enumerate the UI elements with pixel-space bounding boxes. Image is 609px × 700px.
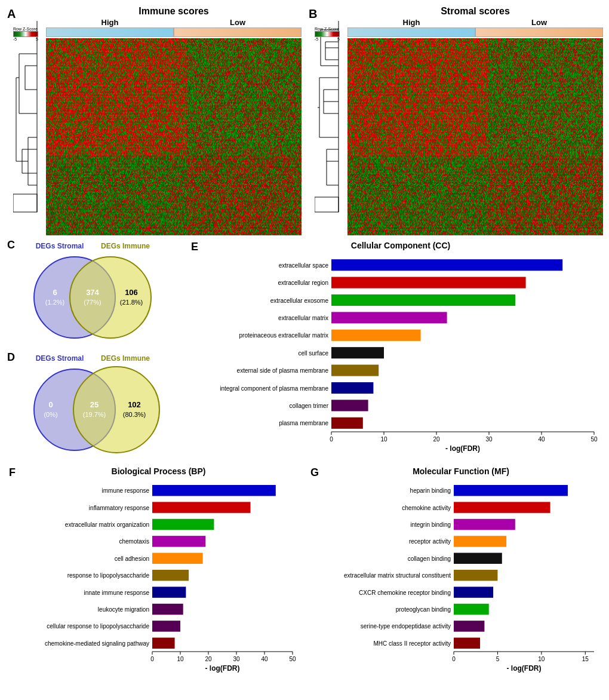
venn-section: C DEGs Stromal DEGs Immune 6 (1.2%) 374 … <box>6 238 179 459</box>
svg-text:15: 15 <box>582 656 589 662</box>
svg-text:extracellular matrix organizat: extracellular matrix organization <box>65 521 149 528</box>
svg-text:integral component of plasma m: integral component of plasma membrane <box>220 385 328 392</box>
panel-c-label: C <box>7 239 15 251</box>
svg-text:(21.8%): (21.8%) <box>120 299 143 306</box>
svg-text:40: 40 <box>261 656 268 662</box>
svg-text:external side of plasma membra: external side of plasma membrane <box>237 367 329 374</box>
svg-text:(0%): (0%) <box>44 411 57 418</box>
svg-text:20: 20 <box>205 656 212 662</box>
panel-f-title: Biological Process (BP) <box>19 466 299 476</box>
svg-text:extracellular matrix: extracellular matrix <box>278 315 328 321</box>
color-scale-bar-b <box>315 31 340 37</box>
svg-text:proteinaceous extracellular ma: proteinaceous extracellular matrix <box>239 332 328 339</box>
chart-g: heparin bindingchemokine activityintegri… <box>310 479 600 678</box>
panel-g-label: G <box>310 466 319 479</box>
svg-rect-137 <box>454 570 497 581</box>
panel-e: E Cellular Component (CC) extracellular … <box>185 238 603 459</box>
svg-text:MHC class II receptor activity: MHC class II receptor activity <box>374 640 451 647</box>
panel-c: C DEGs Stromal DEGs Immune 6 (1.2%) 374 … <box>6 238 179 347</box>
svg-rect-97 <box>152 519 214 530</box>
svg-text:(19.7%): (19.7%) <box>83 411 106 418</box>
svg-text:leukocyte migration: leukocyte migration <box>98 606 149 613</box>
svg-text:0: 0 <box>330 436 333 443</box>
svg-rect-63 <box>331 294 515 306</box>
svg-text:CXCR chemokine receptor bindin: CXCR chemokine receptor binding <box>359 590 451 596</box>
color-scale-max-a: 5 <box>36 37 38 41</box>
venn-c-svg: DEGs Stromal DEGs Immune 6 (1.2%) 374 (7… <box>6 238 179 342</box>
svg-text:5: 5 <box>496 656 500 662</box>
svg-point-41 <box>70 257 151 338</box>
svg-text:25: 25 <box>90 400 99 409</box>
svg-rect-61 <box>331 277 526 288</box>
heatmap-b-content: High Low Row Z-Score -5 <box>347 18 603 235</box>
svg-text:DEGs Stromal: DEGs Stromal <box>36 354 84 363</box>
panel-f-label: F <box>9 466 16 479</box>
panel-e-label: E <box>191 241 198 253</box>
svg-text:- log(FDR): - log(FDR) <box>507 664 542 673</box>
svg-text:inflammatory response: inflammatory response <box>89 505 150 511</box>
svg-text:(77%): (77%) <box>84 299 101 306</box>
venn-c-stromal-label: DEGs Stromal <box>36 242 84 250</box>
color-scale-min-b: -5 <box>315 37 318 41</box>
svg-rect-135 <box>454 553 502 564</box>
color-scale-min-a: -5 <box>13 37 17 41</box>
panel-e-title: Cellular Component (CC) <box>201 241 600 250</box>
svg-rect-93 <box>152 485 276 496</box>
svg-rect-69 <box>331 347 384 358</box>
svg-text:integrin binding: integrin binding <box>410 521 451 528</box>
panel-b: B Stromal scores <box>307 6 603 233</box>
color-bar-high-b <box>347 27 475 37</box>
middle-row: C DEGs Stromal DEGs Immune 6 (1.2%) 374 … <box>6 238 603 459</box>
svg-text:(80.3%): (80.3%) <box>123 411 146 418</box>
color-scale-bar-a <box>13 31 38 37</box>
svg-text:innate immune response: innate immune response <box>84 590 149 596</box>
svg-rect-109 <box>152 621 180 631</box>
svg-text:30: 30 <box>233 656 240 662</box>
svg-text:cell surface: cell surface <box>298 350 328 357</box>
panel-a: A Immune scores <box>6 6 302 233</box>
svg-rect-95 <box>152 502 251 512</box>
svg-text:6: 6 <box>53 288 57 297</box>
svg-point-51 <box>73 367 159 453</box>
svg-rect-73 <box>331 382 373 394</box>
svg-rect-127 <box>454 485 568 496</box>
panel-d-label: D <box>7 351 15 364</box>
svg-text:cellular response to lipopolys: cellular response to lipopolysaccharide <box>47 623 149 630</box>
svg-text:0: 0 <box>452 656 456 662</box>
color-scale-label-b: Row Z-Score <box>315 27 339 31</box>
svg-rect-101 <box>152 553 203 564</box>
svg-rect-39 <box>315 197 339 212</box>
panel-f: F Biological Process (BP) immune respons… <box>6 463 302 678</box>
svg-text:0: 0 <box>48 400 53 409</box>
svg-rect-111 <box>152 638 175 649</box>
svg-text:cell adhesion: cell adhesion <box>115 555 149 562</box>
svg-rect-59 <box>331 259 562 271</box>
svg-text:- log(FDR): - log(FDR) <box>205 664 240 673</box>
svg-text:(1.2%): (1.2%) <box>45 299 64 306</box>
top-heatmap-row: A Immune scores <box>6 6 603 233</box>
col-label-low-a: Low <box>174 18 302 27</box>
svg-rect-143 <box>454 621 484 631</box>
chart-e: extracellular spaceextracellular regione… <box>191 253 600 458</box>
dendrogram-a <box>13 18 46 235</box>
svg-text:- log(FDR): - log(FDR) <box>445 444 480 453</box>
svg-text:heparin binding: heparin binding <box>410 487 451 494</box>
svg-text:serine-type endopeptidase acti: serine-type endopeptidase activity <box>361 623 451 630</box>
svg-rect-129 <box>454 502 550 512</box>
svg-text:0: 0 <box>150 656 154 662</box>
svg-text:extracellular space: extracellular space <box>279 262 329 269</box>
svg-rect-145 <box>454 638 480 649</box>
svg-text:50: 50 <box>289 656 296 662</box>
svg-text:10: 10 <box>177 656 184 662</box>
panel-d: D DEGs Stromal DEGs Immune 0 (0%) 25 (19… <box>6 350 179 459</box>
venn-d-svg: DEGs Stromal DEGs Immune 0 (0%) 25 (19.7… <box>6 350 179 455</box>
panel-g-title: Molecular Function (MF) <box>322 466 600 476</box>
svg-text:102: 102 <box>128 400 141 409</box>
panel-a-title: Immune scores <box>139 6 208 17</box>
panel-g: G Molecular Function (MF) heparin bindin… <box>307 463 603 678</box>
svg-text:immune response: immune response <box>102 487 150 494</box>
svg-rect-139 <box>454 587 493 597</box>
svg-rect-18 <box>13 194 37 212</box>
svg-text:10: 10 <box>538 656 545 662</box>
svg-rect-67 <box>331 330 421 341</box>
